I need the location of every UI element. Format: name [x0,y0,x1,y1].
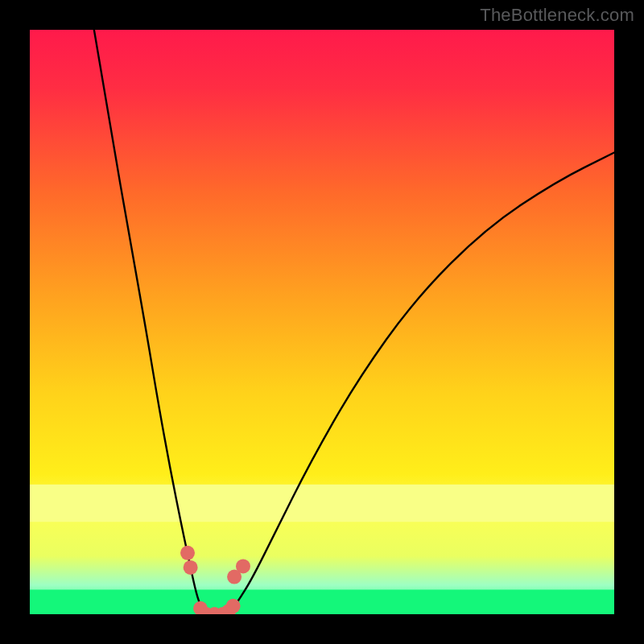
plot-frame [30,30,614,614]
gradient-background [30,30,614,614]
data-marker [184,560,198,575]
chart-svg [30,30,614,614]
data-marker [236,559,250,573]
band-pale-yellow-band [30,485,614,522]
band-green-band [30,590,614,614]
data-marker [226,599,241,613]
chart-stage: TheBottleneck.com [0,0,644,644]
data-marker [180,546,195,560]
watermark-text: TheBottleneck.com [480,5,634,26]
